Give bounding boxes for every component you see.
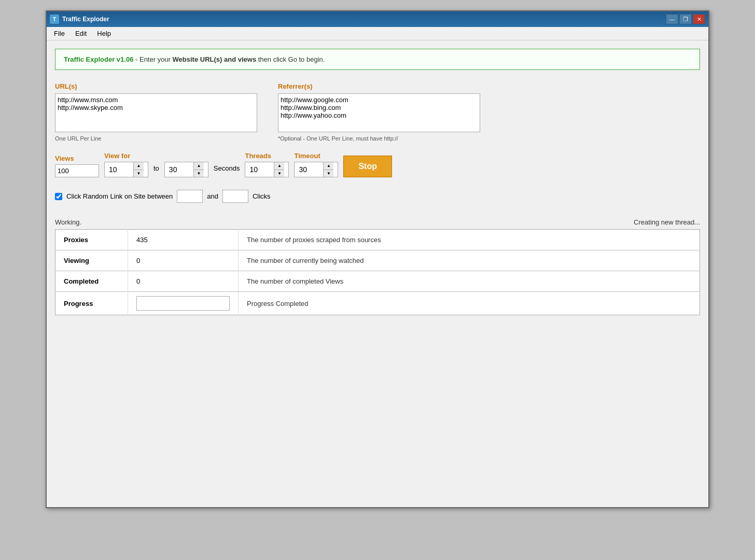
table-row: Viewing 0 The number of currently being …	[55, 250, 700, 271]
referrers-group: Referrer(s) http://www.google.com http:/…	[278, 82, 480, 142]
view-for-from: ▲ ▼	[104, 162, 148, 177]
referrers-hint: *Optional - One URL Per Line, must have …	[278, 135, 480, 142]
viewing-label: Viewing	[55, 250, 128, 271]
timeout-input-group: ▲ ▼	[294, 162, 338, 177]
viewing-value: 0	[128, 250, 239, 271]
banner-message2: then click Go to begin.	[256, 55, 325, 63]
url-referrer-row: URL(s) http://www.msn.com http://www.sky…	[55, 82, 700, 142]
seconds-label: Seconds	[214, 164, 240, 177]
threads-spin: ▲ ▼	[274, 162, 284, 177]
view-for-group: View for ▲ ▼	[104, 152, 148, 177]
threads-up[interactable]: ▲	[274, 162, 284, 170]
to-label: to	[153, 164, 159, 177]
urls-input[interactable]: http://www.msn.com http://www.skype.com	[55, 93, 257, 132]
completed-description: The number of completed Views	[239, 271, 700, 292]
views-group: Views	[55, 155, 99, 177]
random-click-and: and	[207, 192, 218, 200]
progress-description: Progress Completed	[239, 292, 700, 315]
timeout-input[interactable]	[295, 162, 323, 177]
view-for-to-down[interactable]: ▼	[194, 170, 204, 177]
threads-input-group: ▲ ▼	[245, 162, 289, 177]
view-for-up[interactable]: ▲	[134, 162, 144, 170]
random-click-to-input[interactable]	[222, 190, 248, 203]
main-content: Traffic Exploder v1.06 - Enter your Webs…	[47, 40, 708, 507]
table-row: Proxies 435 The number of proxies scrape…	[55, 230, 700, 250]
window-controls: — ❐ ✕	[666, 14, 705, 24]
window-title: Traffic Exploder	[62, 16, 666, 23]
urls-hint: One URL Per Line	[55, 135, 257, 142]
viewing-description: The number of currently being watched	[239, 250, 700, 271]
timeout-group: Timeout ▲ ▼	[294, 152, 338, 177]
progress-value-cell: 0 of 100	[128, 292, 239, 315]
title-bar: T Traffic Exploder — ❐ ✕	[47, 11, 708, 27]
random-click-clicks: Clicks	[253, 192, 271, 200]
minimize-button[interactable]: —	[666, 14, 678, 24]
proxies-description: The number of proxies scraped from sourc…	[239, 230, 700, 250]
stop-button[interactable]: Stop	[343, 156, 392, 177]
working-status: Working.	[55, 218, 81, 226]
banner-emphasis: Website URL(s) and views	[173, 55, 257, 63]
status-row: Working. Creating new thread...	[55, 218, 700, 226]
menu-bar: File Edit Help	[47, 27, 708, 40]
referrers-input[interactable]: http://www.google.com http://www.bing.co…	[278, 93, 480, 132]
view-for-down[interactable]: ▼	[134, 170, 144, 177]
stats-table: Proxies 435 The number of proxies scrape…	[55, 229, 700, 315]
views-label: Views	[55, 155, 99, 162]
thread-status: Creating new thread...	[634, 218, 700, 226]
view-for-to-spin: ▲ ▼	[193, 162, 204, 177]
table-row: Progress 0 of 100 Progress Completed	[55, 292, 700, 315]
completed-label: Completed	[55, 271, 128, 292]
info-banner: Traffic Exploder v1.06 - Enter your Webs…	[55, 49, 700, 70]
view-for-to: ▲ ▼	[164, 162, 208, 177]
random-click-row: Click Random Link on Site between and Cl…	[55, 190, 700, 203]
view-for-from-input[interactable]	[105, 162, 133, 177]
menu-file[interactable]: File	[49, 28, 70, 39]
app-window: T Traffic Exploder — ❐ ✕ File Edit Help …	[46, 10, 709, 508]
referrers-label: Referrer(s)	[278, 82, 480, 90]
close-button[interactable]: ✕	[693, 14, 705, 24]
view-for-label: View for	[104, 152, 148, 160]
urls-label: URL(s)	[55, 82, 257, 90]
timeout-label: Timeout	[294, 152, 338, 160]
progress-bar: 0 of 100	[136, 296, 230, 311]
random-click-label: Click Random Link on Site between	[66, 192, 173, 200]
random-click-checkbox[interactable]	[55, 193, 62, 200]
view-for-to-group: x ▲ ▼	[164, 152, 208, 177]
threads-group: Threads ▲ ▼	[245, 152, 289, 177]
menu-edit[interactable]: Edit	[70, 28, 92, 39]
threads-down[interactable]: ▼	[274, 170, 284, 177]
view-for-to-up[interactable]: ▲	[194, 162, 204, 170]
timeout-down[interactable]: ▼	[324, 170, 333, 177]
views-input[interactable]	[55, 164, 99, 177]
timeout-up[interactable]: ▲	[324, 162, 333, 170]
banner-message: - Enter your	[133, 55, 172, 63]
completed-value: 0	[128, 271, 239, 292]
app-name: Traffic Exploder v1.06	[64, 55, 133, 63]
progress-text: 0 of 100	[137, 297, 229, 310]
progress-label: Progress	[55, 292, 128, 315]
threads-input[interactable]	[245, 162, 274, 177]
menu-help[interactable]: Help	[92, 28, 116, 39]
proxies-label: Proxies	[55, 230, 128, 250]
proxies-value: 435	[128, 230, 239, 250]
app-icon: T	[50, 15, 59, 24]
urls-group: URL(s) http://www.msn.com http://www.sky…	[55, 82, 257, 142]
random-click-from-input[interactable]	[177, 190, 203, 203]
threads-label: Threads	[245, 152, 289, 160]
restore-button[interactable]: ❐	[679, 14, 692, 24]
table-row: Completed 0 The number of completed View…	[55, 271, 700, 292]
view-for-spin: ▲ ▼	[133, 162, 144, 177]
timeout-spin: ▲ ▼	[323, 162, 333, 177]
controls-row: Views View for ▲ ▼ to x	[55, 152, 700, 177]
view-for-to-input[interactable]	[165, 162, 193, 177]
